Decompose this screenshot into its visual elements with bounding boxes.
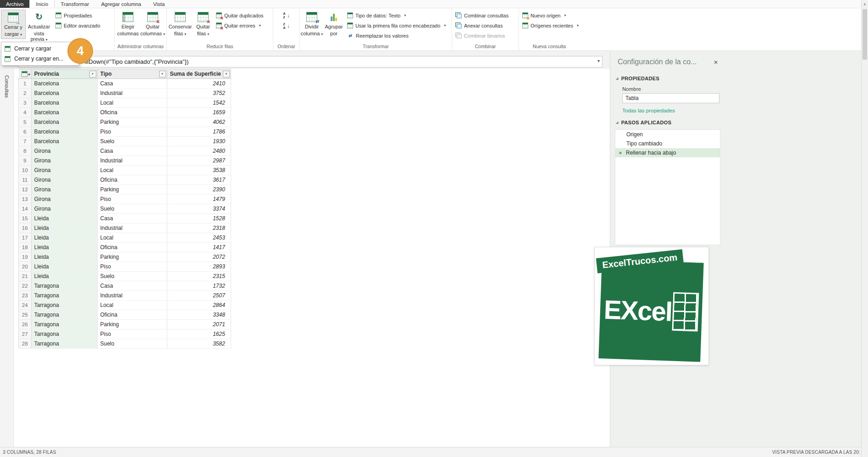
merge-queries-button[interactable]: Combinar consultas — [453, 11, 511, 20]
cell-superficie[interactable]: 1479 — [167, 195, 231, 204]
cell-superficie[interactable]: 2072 — [167, 252, 231, 262]
data-type-button[interactable]: Tipo de datos: Texto — [345, 11, 448, 20]
cell-superficie[interactable]: 2315 — [167, 272, 231, 281]
cell-tipo[interactable]: Suelo — [97, 272, 167, 281]
cell-provincia[interactable]: Girona — [31, 166, 97, 175]
cell-tipo[interactable]: Piso — [97, 195, 167, 204]
cell-superficie[interactable]: 1659 — [167, 108, 231, 117]
cell-tipo[interactable]: Industrial — [97, 89, 167, 98]
tab-agregar-columna[interactable]: Agregar columna — [95, 0, 147, 8]
cell-provincia[interactable]: Girona — [31, 146, 97, 156]
cell-provincia[interactable]: Tarragona — [31, 339, 97, 349]
cell-tipo[interactable]: Oficina — [97, 108, 167, 117]
cell-superficie[interactable]: 2410 — [167, 79, 231, 89]
cell-tipo[interactable]: Industrial — [97, 291, 167, 301]
cell-provincia[interactable]: Tarragona — [31, 281, 97, 291]
cell-tipo[interactable]: Casa — [97, 146, 167, 156]
cell-tipo[interactable]: Parking — [97, 185, 167, 195]
tab-inicio[interactable]: Inicio — [29, 0, 55, 8]
cell-tipo[interactable]: Casa — [97, 214, 167, 223]
step-tipo-cambiado[interactable]: Tipo cambiado — [615, 139, 720, 148]
cell-provincia[interactable]: Lleida — [31, 243, 97, 252]
cell-provincia[interactable]: Tarragona — [31, 329, 97, 339]
refresh-preview-button[interactable]: Actualizar vista previa — [25, 10, 53, 44]
replace-values-button[interactable]: Reemplazar los valores — [345, 31, 448, 40]
cell-tipo[interactable]: Industrial — [97, 156, 167, 166]
cell-provincia[interactable]: Girona — [31, 204, 97, 214]
row-number-cell[interactable]: 14 — [19, 204, 32, 214]
row-number-cell[interactable]: 8 — [19, 146, 32, 156]
scroll-up-icon[interactable] — [862, 1, 868, 7]
cell-provincia[interactable]: Tarragona — [31, 301, 97, 310]
cell-provincia[interactable]: Lleida — [31, 233, 97, 243]
row-number-cell[interactable]: 28 — [19, 339, 32, 349]
column-header-superficie[interactable]: Suma de Superficie — [167, 69, 231, 79]
row-number-cell[interactable]: 13 — [19, 195, 32, 204]
advanced-editor-button[interactable]: Editor avanzado — [53, 21, 103, 30]
cell-superficie[interactable]: 2453 — [167, 233, 231, 243]
filter-dropdown-icon[interactable] — [223, 71, 230, 78]
cell-provincia[interactable]: Barcelona — [31, 127, 97, 137]
menu-item-cerrar-y-cargar[interactable]: Cerrar y cargar — [1, 44, 78, 54]
cell-tipo[interactable]: Local — [97, 166, 167, 175]
cell-superficie[interactable]: 1625 — [167, 329, 231, 339]
cell-provincia[interactable]: Lleida — [31, 214, 97, 223]
cell-provincia[interactable]: Girona — [31, 175, 97, 185]
column-header-tipo[interactable]: Tipo — [97, 69, 167, 79]
choose-columns-button[interactable]: Elegir columnas — [116, 10, 140, 37]
row-number-cell[interactable]: 6 — [19, 127, 32, 137]
row-number-cell[interactable]: 4 — [19, 108, 32, 117]
cell-provincia[interactable]: Barcelona — [31, 98, 97, 108]
filter-dropdown-icon[interactable] — [159, 71, 166, 78]
recent-sources-button[interactable]: Orígenes recientes — [520, 21, 581, 30]
cell-superficie[interactable]: 3617 — [167, 175, 231, 185]
cell-provincia[interactable]: Lleida — [31, 223, 97, 233]
remove-errors-button[interactable]: ✕ Quitar errores — [214, 21, 266, 30]
row-number-cell[interactable]: 27 — [19, 329, 32, 339]
cell-superficie[interactable]: 2390 — [167, 185, 231, 195]
cell-provincia[interactable]: Barcelona — [31, 117, 97, 127]
cell-provincia[interactable]: Lleida — [31, 252, 97, 262]
row-number-cell[interactable]: 11 — [19, 175, 32, 185]
keep-rows-button[interactable]: Conservar filas — [168, 10, 193, 38]
row-number-cell[interactable]: 20 — [19, 262, 32, 272]
filter-dropdown-icon[interactable] — [89, 71, 96, 78]
cell-superficie[interactable]: 1786 — [167, 127, 231, 137]
new-source-button[interactable]: ★ Nuevo origen — [520, 11, 581, 20]
close-and-load-button[interactable]: → Cerrar y cargar — [1, 10, 26, 39]
cell-provincia[interactable]: Girona — [31, 185, 97, 195]
row-number-cell[interactable]: 15 — [19, 214, 32, 223]
cell-provincia[interactable]: Barcelona — [31, 89, 97, 98]
cell-provincia[interactable]: Lleida — [31, 272, 97, 281]
cell-superficie[interactable]: 2987 — [167, 156, 231, 166]
close-icon[interactable] — [712, 59, 719, 66]
row-number-cell[interactable]: 24 — [19, 301, 32, 310]
cell-tipo[interactable]: Local — [97, 301, 167, 310]
cell-tipo[interactable]: Local — [97, 98, 167, 108]
cell-tipo[interactable]: Oficina — [97, 175, 167, 185]
cell-tipo[interactable]: Piso — [97, 127, 167, 137]
cell-provincia[interactable]: Barcelona — [31, 79, 97, 89]
cell-provincia[interactable]: Tarragona — [31, 291, 97, 301]
queries-pane-collapsed[interactable]: Consultas — [0, 69, 14, 447]
cell-superficie[interactable]: 3348 — [167, 310, 231, 320]
cell-provincia[interactable]: Tarragona — [31, 310, 97, 320]
row-number-cell[interactable]: 19 — [19, 252, 32, 262]
cell-superficie[interactable]: 1528 — [167, 214, 231, 223]
cell-tipo[interactable]: Parking — [97, 117, 167, 127]
cell-superficie[interactable]: 2507 — [167, 291, 231, 301]
row-number-cell[interactable]: 25 — [19, 310, 32, 320]
corner-header-cell[interactable] — [19, 69, 32, 79]
properties-button[interactable]: Propiedades — [53, 11, 103, 20]
cell-superficie[interactable]: 2864 — [167, 301, 231, 310]
tab-archivo[interactable]: Archivo — [0, 0, 29, 8]
cell-tipo[interactable]: Casa — [97, 281, 167, 291]
row-number-cell[interactable]: 17 — [19, 233, 32, 243]
row-number-cell[interactable]: 7 — [19, 137, 32, 146]
row-number-cell[interactable]: 1 — [19, 79, 32, 89]
cell-tipo[interactable]: Industrial — [97, 223, 167, 233]
row-number-cell[interactable]: 16 — [19, 223, 32, 233]
cell-provincia[interactable]: Girona — [31, 195, 97, 204]
tab-transformar[interactable]: Transformar — [55, 0, 95, 8]
row-number-cell[interactable]: 23 — [19, 291, 32, 301]
